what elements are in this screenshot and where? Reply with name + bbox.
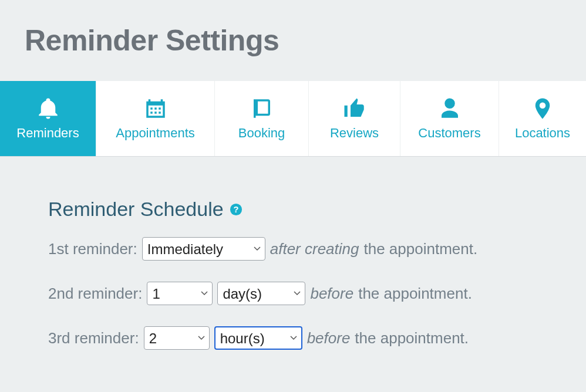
tab-locations[interactable]: Locations (499, 81, 586, 156)
tab-reminders[interactable]: Reminders (0, 81, 96, 156)
reminder3-unit-select[interactable]: hour(s) (214, 326, 302, 350)
reminder-tail: the appointment. (355, 329, 469, 347)
tab-label: Reminders (16, 126, 79, 141)
reminder2-number-select[interactable]: 1 (147, 282, 213, 305)
book-icon (250, 96, 274, 121)
tab-label: Customers (418, 126, 480, 141)
calendar-icon (143, 96, 168, 121)
tab-appointments[interactable]: Appointments (96, 81, 215, 156)
thumbs-up-icon (342, 96, 367, 121)
help-icon[interactable]: ? (230, 203, 243, 216)
reminder1-timing-select[interactable]: Immediately (142, 237, 265, 261)
reminder-before-text: before (310, 285, 353, 303)
tab-label: Appointments (116, 126, 195, 141)
reminder-row-2: 2nd reminder: 1 day(s) before the appoin… (48, 282, 586, 305)
svg-text:?: ? (233, 204, 238, 214)
location-pin-icon (530, 96, 555, 121)
tab-reviews[interactable]: Reviews (309, 81, 400, 156)
reminder2-unit-select[interactable]: day(s) (217, 282, 305, 305)
tabs: Reminders Appointments Booking Reviews C… (0, 81, 586, 157)
reminder-before-text: before (307, 329, 351, 347)
reminder-tail: the appointment. (363, 240, 477, 258)
page-title: Reminder Settings (0, 0, 586, 81)
tab-label: Locations (515, 126, 570, 141)
tab-label: Booking (238, 126, 285, 141)
tab-booking[interactable]: Booking (215, 81, 309, 156)
reminder-label: 1st reminder: (48, 240, 137, 258)
reminder-label: 3rd reminder: (48, 329, 139, 347)
tab-customers[interactable]: Customers (400, 81, 499, 156)
reminder-row-3: 3rd reminder: 2 hour(s) before the appoi… (48, 326, 586, 350)
reminder-label: 2nd reminder: (48, 285, 142, 303)
tab-label: Reviews (330, 126, 379, 141)
reminder-tail: the appointment. (358, 285, 472, 303)
section-header: Reminder Schedule ? (48, 198, 586, 221)
reminder3-number-select[interactable]: 2 (144, 326, 210, 350)
reminder-after-text: after creating (270, 240, 359, 258)
reminder-row-1: 1st reminder: Immediately after creating… (48, 237, 586, 261)
section-title: Reminder Schedule (48, 198, 224, 221)
bell-icon (36, 96, 60, 121)
user-icon (437, 96, 462, 121)
content: Reminder Schedule ? 1st reminder: Immedi… (0, 157, 586, 350)
